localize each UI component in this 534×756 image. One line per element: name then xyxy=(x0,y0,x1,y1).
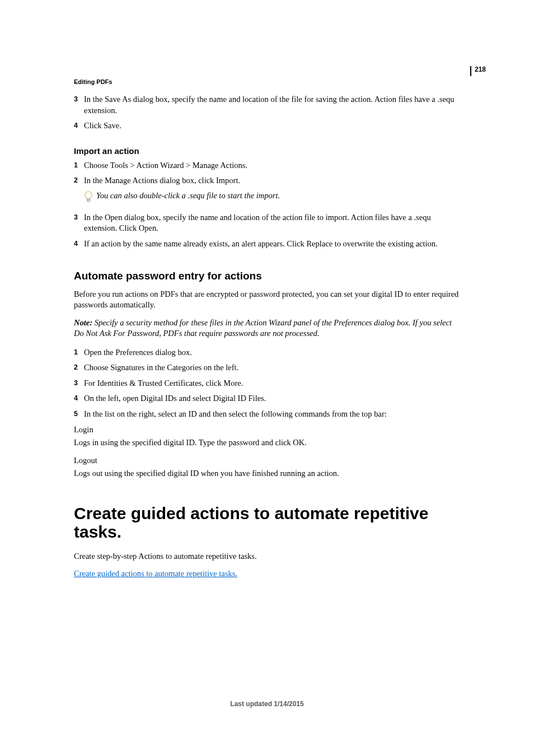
heading-automate-password: Automate password entry for actions xyxy=(74,270,462,282)
list-text: For Identities & Trusted Certificates, c… xyxy=(84,378,462,389)
page-number: 218 xyxy=(475,66,486,73)
tip-text: You can also double-click a .sequ file t… xyxy=(96,191,280,200)
heading-create-guided-actions: Create guided actions to automate repeti… xyxy=(74,504,462,541)
heading-import-action: Import an action xyxy=(74,146,462,156)
list-text: In the list on the right, select an ID a… xyxy=(84,409,462,420)
list-text: On the left, open Digital IDs and select… xyxy=(84,393,462,404)
list-item: 1 Choose Tools > Action Wizard > Manage … xyxy=(74,160,462,171)
note-body: Specify a security method for these file… xyxy=(74,318,452,338)
term-login: Login xyxy=(74,424,462,436)
list-number: 1 xyxy=(74,160,84,170)
lightbulb-icon xyxy=(84,191,93,203)
list-text: Choose Signatures in the Categories on t… xyxy=(84,362,462,374)
running-head: Editing PDFs xyxy=(74,78,112,85)
svg-point-0 xyxy=(85,192,92,199)
list-number: 5 xyxy=(74,409,84,419)
page: 218 Editing PDFs 3 In the Save As dialog… xyxy=(0,0,534,756)
list-text: Choose Tools > Action Wizard > Manage Ac… xyxy=(84,160,462,171)
term-logout: Logout xyxy=(74,455,462,466)
list-number: 3 xyxy=(74,212,84,222)
list-item: 5 In the list on the right, select an ID… xyxy=(74,409,462,420)
tip: You can also double-click a .sequ file t… xyxy=(84,191,462,203)
list-item: 4 On the left, open Digital IDs and sele… xyxy=(74,393,462,404)
list-text: Click Save. xyxy=(84,120,462,132)
paragraph: Create step-by-step Actions to automate … xyxy=(74,551,462,562)
content-area: 3 In the Save As dialog box, specify the… xyxy=(74,94,462,580)
footer-last-updated: Last updated 1/14/2015 xyxy=(0,700,534,708)
list-item: 4 Click Save. xyxy=(74,120,462,132)
list-number: 4 xyxy=(74,120,84,130)
list-text: If an action by the same name already ex… xyxy=(84,239,462,250)
list-item: 3 In the Open dialog box, specify the na… xyxy=(74,212,462,234)
note-label: Note: xyxy=(74,318,92,327)
list-text: Open the Preferences dialog box. xyxy=(84,347,462,358)
paragraph: Logs out using the specified digital ID … xyxy=(74,468,462,479)
page-number-container: 218 xyxy=(470,66,486,76)
paragraph: Before you run actions on PDFs that are … xyxy=(74,289,462,311)
list-item: 1 Open the Preferences dialog box. xyxy=(74,347,462,358)
link-create-guided-actions[interactable]: Create guided actions to automate repeti… xyxy=(74,569,237,578)
list-item: 2 Choose Signatures in the Categories on… xyxy=(74,362,462,374)
list-item: 4 If an action by the same name already … xyxy=(74,239,462,250)
list-number: 3 xyxy=(74,378,84,388)
note: Note: Specify a security method for thes… xyxy=(74,318,462,339)
list-number: 1 xyxy=(74,347,84,357)
list-text: In the Save As dialog box, specify the n… xyxy=(84,94,462,116)
list-number: 3 xyxy=(74,94,84,104)
paragraph: Logs in using the specified digital ID. … xyxy=(74,437,462,449)
list-item: 3 For Identities & Trusted Certificates,… xyxy=(74,378,462,389)
list-number: 4 xyxy=(74,239,84,249)
list-number: 2 xyxy=(74,362,84,372)
list-number: 4 xyxy=(74,393,84,403)
list-item: 2 In the Manage Actions dialog box, clic… xyxy=(74,175,462,186)
list-text: In the Open dialog box, specify the name… xyxy=(84,212,462,234)
list-item: 3 In the Save As dialog box, specify the… xyxy=(74,94,462,116)
list-number: 2 xyxy=(74,175,84,185)
list-text: In the Manage Actions dialog box, click … xyxy=(84,175,462,186)
